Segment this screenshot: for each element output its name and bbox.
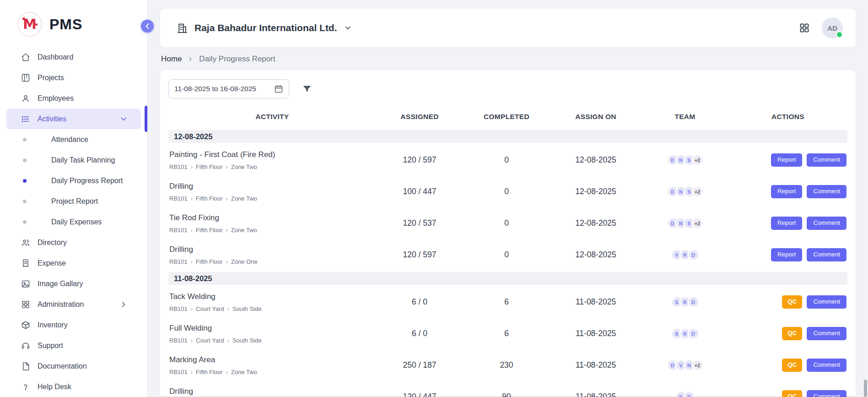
sidebar-collapse-button[interactable] [141,20,154,33]
activity-cell: Tack Welding RB101›Court Yard›South Side [168,289,376,315]
report-button[interactable]: Report [771,217,803,230]
chevron-right-icon: › [191,369,193,375]
comment-button[interactable]: Comment [807,217,846,230]
assign-on-value: 11-08-2025 [550,392,642,397]
sidebar-item-label: Expense [38,259,66,267]
chevron-right-icon: › [226,196,228,201]
date-range-picker[interactable] [168,79,289,98]
gallery-icon [21,279,30,288]
report-button[interactable]: Report [771,248,803,261]
sidebar-subitem-daily-progress-report[interactable]: Daily Progress Report [0,170,147,191]
chevron-right-icon: › [191,337,193,343]
comment-button[interactable]: Comment [807,248,846,261]
table-row: Drilling RB101›Fifth Floor›Zone Two 100 … [168,176,847,207]
sidebar-item-label: Projects [38,74,64,82]
filter-button[interactable] [302,84,312,94]
table-row: Full Welding RB101›Court Yard›South Side… [168,318,847,349]
assign-on-value: 12-08-2025 [550,155,642,165]
sidebar-subitem-label: Daily Expenses [51,218,102,226]
sidebar-item-employees[interactable]: Employees [6,88,141,109]
sidebar-subitem-attendance[interactable]: Attendance [0,129,147,150]
qc-button[interactable]: QC [782,390,802,397]
sidebar-item-label: Directory [38,239,67,247]
comment-button[interactable]: Comment [807,359,846,372]
comment-button[interactable]: Comment [807,185,846,198]
comment-button[interactable]: Comment [807,295,846,309]
sidebar-item-help-desk[interactable]: Help Desk [6,376,141,397]
qc-button[interactable]: QC [782,359,802,372]
activity-title: Drilling [169,182,376,191]
sidebar-item-label: Image Gallary [38,280,83,288]
path-segment: Court Yard [196,337,224,344]
date-range-input[interactable] [174,85,268,93]
sidebar: M PMS DashboardProjectsEmployeesActiviti… [0,0,148,397]
sidebar-item-projects[interactable]: Projects [6,67,141,88]
report-button[interactable]: Report [771,153,803,167]
sidebar-subitem-daily-expenses[interactable]: Daily Expenses [0,212,147,232]
sidebar-item-label: Dashboard [38,53,73,61]
assigned-value: 120 / 597 [376,250,463,260]
path-segment: RB101 [169,227,188,234]
table-header-row: ACTIVITYASSIGNEDCOMPLETEDASSIGN ONTEAMAC… [168,105,847,129]
path-segment: RB101 [169,305,188,312]
assigned-value: 120 / 597 [376,155,463,165]
comment-button[interactable]: Comment [807,327,846,340]
activity-cell: Tie Rod Fixing RB101›Fifth Floor›Zone Tw… [168,210,376,237]
dashboard-icon [21,53,30,62]
sidebar-item-dashboard[interactable]: Dashboard [6,47,141,67]
sidebar-item-administration[interactable]: Administration [6,294,141,315]
bullet-icon [23,179,27,183]
path-segment: RB101 [169,258,188,265]
sidebar-item-support[interactable]: Support [6,335,141,356]
qc-button[interactable]: QC [782,327,802,340]
scrollbar[interactable] [864,380,867,397]
path-segment: Zone Two [231,195,257,202]
comment-button[interactable]: Comment [807,390,846,397]
team-cell: DNS+2 [642,154,728,166]
breadcrumb-home[interactable]: Home [161,54,182,64]
table-body: 12-08-2025 Painting - First Coat (Fire R… [168,130,847,397]
qc-button[interactable]: QC [782,295,802,309]
company-selector[interactable]: Raja Bahadur International Ltd. [177,22,352,34]
completed-value: 0 [463,187,550,196]
chevron-right-icon: › [191,164,193,170]
sidebar-subitem-daily-task-planning[interactable]: Daily Task Planning [0,150,147,170]
team-cell: DVN+2 [642,359,728,371]
completed-value: 230 [463,360,550,370]
actions-cell: QCComment [728,327,847,340]
path-segment: RB101 [169,195,188,202]
actions-cell: ReportComment [728,185,847,198]
sidebar-item-label: Administration [38,300,84,309]
table-row: Tie Rod Fixing RB101›Fifth Floor›Zone Tw… [168,207,847,239]
logo-icon: M [17,12,42,37]
filter-row [168,79,847,98]
comment-button[interactable]: Comment [807,153,846,167]
sidebar-item-documentation[interactable]: Documentation [6,356,141,376]
activity-path: RB101›Fifth Floor›Zone One [169,258,376,265]
sidebar-item-image-gallary[interactable]: Image Gallary [6,273,141,294]
table-row: Painting - First Coat (Fire Red) RB101›F… [168,144,847,176]
user-avatar[interactable]: AD [822,17,843,38]
sidebar-item-label: Help Desk [38,383,71,391]
assigned-value: 120 / 447 [376,392,463,397]
path-segment: Court Yard [196,305,224,312]
column-header-team: TEAM [642,113,728,121]
helpdesk-icon [21,382,30,392]
sidebar-item-expense[interactable]: Expense [6,253,141,273]
completed-value: 90 [463,392,550,397]
funnel-icon [302,84,312,94]
path-segment: RB101 [169,163,188,170]
sidebar-subitem-project-report[interactable]: Project Report [0,191,147,212]
table-row: Marking Area RB101›Fifth Floor›Zone Two … [168,349,847,381]
grid-icon [799,22,810,33]
progress-table: ACTIVITYASSIGNEDCOMPLETEDASSIGN ONTEAMAC… [168,105,847,397]
sidebar-item-activities[interactable]: Activities [6,109,141,129]
sidebar-item-directory[interactable]: Directory [6,232,141,253]
activity-title: Tie Rod Fixing [169,213,376,223]
activity-cell: Marking Area RB101›Fifth Floor›Zone Two [168,352,376,379]
sidebar-item-inventory[interactable]: Inventory [6,315,141,335]
sidebar-subitem-label: Attendance [51,136,88,144]
administration-icon [21,300,30,309]
apps-grid-button[interactable] [799,22,810,33]
report-button[interactable]: Report [771,185,803,198]
